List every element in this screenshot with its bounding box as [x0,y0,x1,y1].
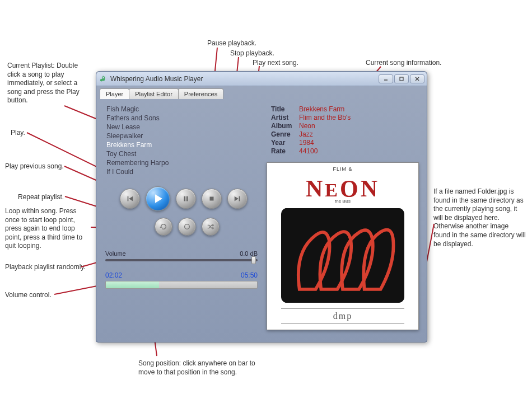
tab-player[interactable]: Player [100,88,129,99]
volume-thumb[interactable] [251,256,256,264]
annotation-pause: Pause playback. [207,39,256,48]
info-title: Brekkens Farm [299,105,344,113]
annotation-volume: Volume control. [5,291,52,300]
info-genre-label: Genre [271,130,293,138]
close-button[interactable] [410,74,424,83]
album-brand-main: NEON [306,175,380,202]
progress-fill [106,281,159,288]
maximize-button[interactable] [394,74,409,83]
tab-playlist-editor[interactable]: Playlist Editor [129,88,179,99]
info-year: 1984 [299,139,314,147]
playlist-item[interactable]: Fish Magic [106,105,256,114]
song-info: TitleBrekkens Farm ArtistFlim and the Bb… [267,102,423,158]
svg-point-16 [185,224,190,229]
play-button[interactable] [146,186,170,211]
minimize-button[interactable] [379,74,393,83]
info-album: Neon [299,122,315,130]
annotation-song-position: Song position: click anywhere on bar to … [138,359,267,377]
annotation-stop: Stop playback. [230,49,274,58]
time-total: 05:50 [241,271,258,279]
annotation-loop: Loop within song. Press once to start lo… [5,207,92,251]
time-elapsed: 02:02 [105,271,122,279]
annotation-current-playlist: Current Playlist: Double click a song to… [7,62,91,105]
playlist-item[interactable]: New Lease [106,123,256,132]
repeat-button[interactable] [155,218,172,236]
info-rate: 44100 [299,147,318,155]
annotation-random: Playback playlist randomly. [5,263,86,272]
album-art: FLIM & NEON the BBs [267,162,419,330]
playlist-item[interactable]: Sleepwalker [106,132,256,140]
shuffle-button[interactable] [202,218,220,236]
album-label-brand: dmp [333,311,352,321]
titlebar[interactable]: Whispering Audio Music Player [96,72,427,86]
info-rate-label: Rate [271,147,293,155]
playlist[interactable]: Fish Magic Fathers and Sons New Lease Sl… [100,102,263,175]
volume-label: Volume [105,250,126,257]
info-artist: Flim and the Bb's [299,114,351,121]
svg-rect-15 [210,197,214,201]
pause-button[interactable] [176,189,196,209]
svg-rect-14 [400,77,403,81]
loop-button[interactable] [178,218,196,236]
tab-preferences[interactable]: Preferences [178,88,223,99]
info-album-label: Album [271,122,293,130]
annotation-play: Play. [11,129,25,138]
playlist-item[interactable]: Toy Chest [106,149,256,158]
progress-bar[interactable] [105,281,258,289]
previous-button[interactable] [120,189,140,209]
annotation-repeat: Repeat playlist. [18,193,64,202]
stop-button[interactable] [202,189,222,209]
info-title-label: Title [271,105,293,113]
next-button[interactable] [227,189,248,209]
annotation-current-song-info: Current song information. [366,59,441,68]
window-title: Whispering Audio Music Player [110,75,379,83]
playlist-item-selected[interactable]: Brekkens Farm [106,140,256,149]
annotation-folder-image: If a file named Folder.jpg is found in t… [433,187,526,248]
app-window: Whispering Audio Music Player Player Pla… [96,71,427,342]
info-genre: Jazz [299,130,313,138]
info-artist-label: Artist [271,114,293,121]
volume-slider[interactable] [105,259,258,261]
album-art-image [281,208,404,303]
album-brand-top: FLIM & [306,166,380,172]
tab-bar: Player Playlist Editor Preferences [100,88,427,99]
annotation-prev: Play previous song. [5,162,64,171]
annotation-next: Play next song. [253,59,298,68]
info-year-label: Year [271,139,293,147]
app-icon [100,75,108,83]
playlist-item[interactable]: Remembering Harpo [106,158,256,167]
playlist-item[interactable]: Fathers and Sons [106,114,256,123]
